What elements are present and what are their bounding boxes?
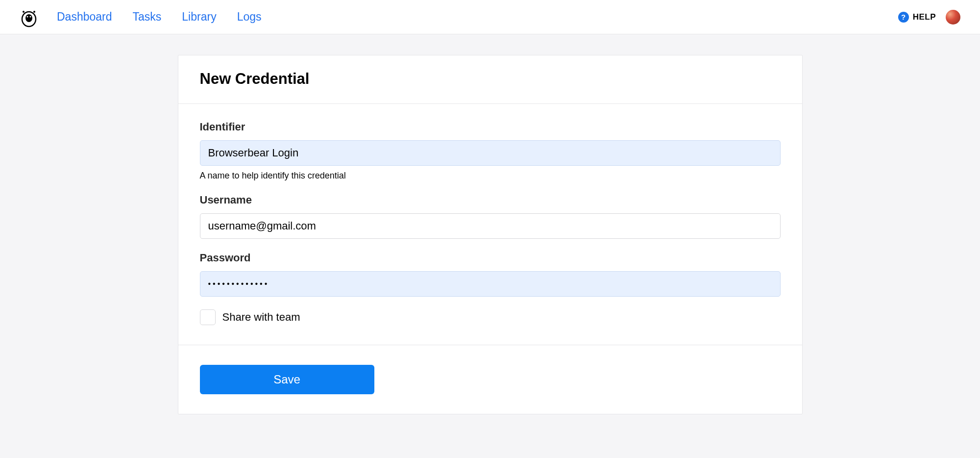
page-title: New Credential — [200, 70, 781, 88]
password-group: Password — [200, 252, 781, 297]
identifier-group: Identifier A name to help identify this … — [200, 121, 781, 181]
identifier-hint: A name to help identify this credential — [200, 171, 781, 181]
credential-card: New Credential Identifier A name to help… — [178, 55, 803, 414]
share-checkbox[interactable] — [200, 309, 216, 325]
bear-logo-icon — [20, 7, 38, 27]
main-container: New Credential Identifier A name to help… — [168, 55, 812, 414]
username-label: Username — [200, 194, 781, 206]
svg-point-1 — [23, 11, 24, 13]
nav-dashboard[interactable]: Dashboard — [57, 10, 112, 24]
help-label: HELP — [913, 12, 936, 22]
nav-library[interactable]: Library — [182, 10, 216, 24]
svg-point-2 — [33, 11, 35, 13]
username-input[interactable] — [200, 213, 781, 239]
password-label: Password — [200, 252, 781, 264]
card-footer: Save — [178, 345, 802, 414]
identifier-input[interactable] — [200, 140, 781, 166]
nav-tasks[interactable]: Tasks — [133, 10, 162, 24]
card-body: Identifier A name to help identify this … — [178, 104, 802, 345]
username-group: Username — [200, 194, 781, 239]
identifier-label: Identifier — [200, 121, 781, 133]
user-avatar[interactable] — [946, 10, 960, 25]
nav-right: ? HELP — [898, 10, 960, 25]
save-button[interactable]: Save — [200, 365, 374, 394]
nav-left: Dashboard Tasks Library Logs — [20, 7, 262, 27]
svg-point-4 — [27, 16, 28, 17]
share-label: Share with team — [222, 311, 300, 324]
share-group: Share with team — [200, 309, 781, 325]
svg-point-5 — [30, 16, 31, 17]
nav-logs[interactable]: Logs — [237, 10, 262, 24]
card-header: New Credential — [178, 55, 802, 104]
svg-point-3 — [25, 14, 32, 22]
top-navigation: Dashboard Tasks Library Logs ? HELP — [0, 0, 980, 34]
help-button[interactable]: ? HELP — [898, 12, 936, 23]
help-icon: ? — [898, 12, 909, 23]
nav-links: Dashboard Tasks Library Logs — [57, 10, 262, 24]
password-input[interactable] — [200, 271, 781, 297]
app-logo[interactable] — [20, 7, 38, 27]
